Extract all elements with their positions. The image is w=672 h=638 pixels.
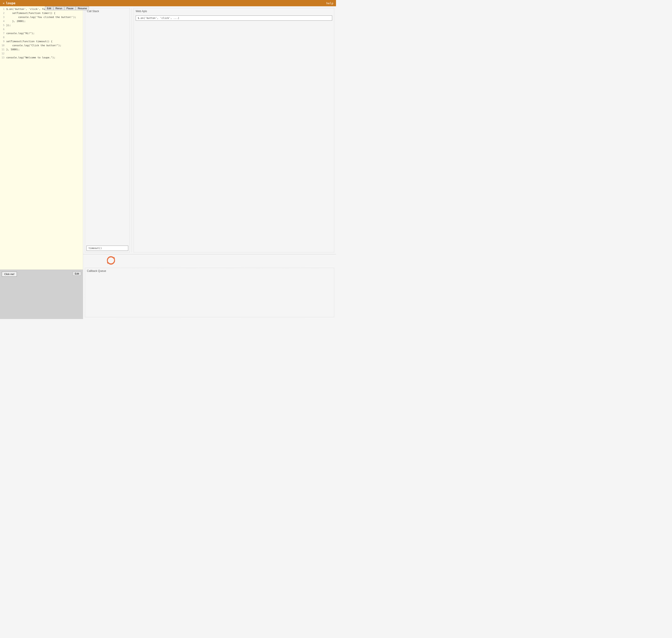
web-apis-panel: Web Apis $.on('button', 'click', ...): [134, 8, 334, 252]
line-content: }, 5000);: [6, 48, 83, 52]
line-content: console.log("Click the button!");: [6, 44, 83, 48]
line-number: 13: [0, 56, 6, 60]
line-content: console.log("Welcome to loupe.");: [6, 56, 83, 60]
callback-queue-panel: Callback Queue: [85, 268, 334, 317]
line-number: 8: [0, 35, 6, 39]
line-number: 1: [0, 7, 6, 11]
line-number: 4: [0, 19, 6, 23]
code-line: 12: [0, 52, 83, 56]
line-number: 11: [0, 48, 6, 52]
web-apis-label: Web Apis: [136, 10, 147, 13]
line-number: 10: [0, 44, 6, 48]
loupe-logo-icon: ✕: [3, 1, 4, 5]
edit-button[interactable]: Edit: [45, 6, 53, 10]
app-title: loupe: [6, 1, 15, 5]
left-panel: 1$.on('button', 'click', function2 setTi…: [0, 6, 83, 319]
middle-area: [83, 254, 336, 268]
line-number: 7: [0, 31, 6, 35]
code-line: 2 setTimeout(function timer() {: [0, 11, 83, 15]
code-line: 6: [0, 28, 83, 31]
line-content: console.log("Hi!");: [6, 31, 83, 35]
help-link[interactable]: help: [326, 2, 333, 5]
code-line: 4 }, 2000);: [0, 19, 83, 23]
line-number: 2: [0, 11, 6, 15]
line-content: console.log('You clicked the button!');: [6, 15, 83, 19]
rerun-button[interactable]: Rerun: [53, 6, 64, 10]
line-content: [6, 35, 83, 39]
left-bottom-panel: Click me! Edit: [0, 270, 83, 319]
line-content: [6, 28, 83, 31]
resume-button[interactable]: Resume: [76, 6, 89, 10]
line-number: 3: [0, 15, 6, 19]
code-line: 11}, 5000);: [0, 48, 83, 52]
pause-button[interactable]: Pause: [64, 6, 76, 10]
line-content: setTimeout(function timer() {: [6, 11, 83, 15]
line-content: });: [6, 23, 83, 28]
refresh-icon: [105, 255, 116, 267]
line-content: }, 2000);: [6, 19, 83, 23]
code-line: 5});: [0, 23, 83, 28]
call-stack-item: timeout(): [86, 246, 128, 251]
callback-queue-label: Callback Queue: [87, 269, 106, 272]
header: ✕ loupe help: [0, 0, 336, 6]
code-line: 10 console.log("Click the button!");: [0, 44, 83, 48]
code-line: 8: [0, 35, 83, 39]
main-layout: 1$.on('button', 'click', function2 setTi…: [0, 6, 336, 319]
header-left: ✕ loupe: [3, 1, 16, 5]
code-line: 7console.log("Hi!");: [0, 31, 83, 35]
web-api-item: $.on('button', 'click', ...): [136, 16, 332, 21]
code-editor[interactable]: 1$.on('button', 'click', function2 setTi…: [0, 6, 83, 270]
line-content: [6, 52, 83, 56]
call-stack-panel: Call Stack timeout(): [85, 8, 130, 252]
click-me-button[interactable]: Click me!: [2, 272, 17, 276]
toolbar: Edit Rerun Pause Resume: [45, 6, 89, 10]
code-line: 9setTimeout(function timeout() {: [0, 39, 83, 44]
line-number: 9: [0, 39, 6, 44]
line-number: 5: [0, 23, 6, 28]
code-line: 3 console.log('You clicked the button!')…: [0, 15, 83, 19]
line-number: 6: [0, 28, 6, 31]
line-number: 12: [0, 52, 6, 56]
code-line: 13console.log("Welcome to loupe.");: [0, 56, 83, 60]
top-right-area: Call Stack timeout() Web Apis $.on('butt…: [83, 6, 336, 254]
edit-button-bottom[interactable]: Edit: [73, 272, 81, 276]
right-panel: Call Stack timeout() Web Apis $.on('butt…: [83, 6, 336, 319]
line-content: setTimeout(function timeout() {: [6, 39, 83, 44]
